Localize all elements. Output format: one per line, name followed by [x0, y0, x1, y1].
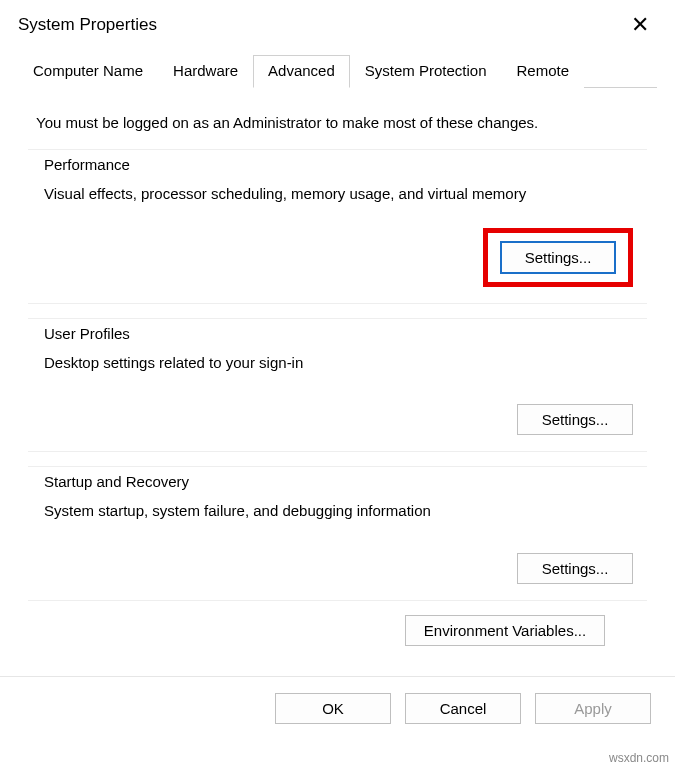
tab-remote[interactable]: Remote — [502, 55, 585, 88]
group-performance-title: Performance — [44, 156, 647, 173]
group-user-profiles: User Profiles Desktop settings related t… — [28, 318, 647, 453]
window-title: System Properties — [18, 15, 157, 35]
highlight-box: Settings... — [483, 228, 633, 287]
tab-hardware[interactable]: Hardware — [158, 55, 253, 88]
performance-button-row: Settings... — [28, 228, 647, 287]
group-performance: Performance Visual effects, processor sc… — [28, 149, 647, 304]
close-icon[interactable]: ✕ — [623, 10, 657, 40]
apply-button[interactable]: Apply — [535, 693, 651, 724]
user-profiles-button-row: Settings... — [28, 404, 647, 435]
startup-button-row: Settings... — [28, 553, 647, 584]
performance-settings-button[interactable]: Settings... — [500, 241, 616, 274]
group-startup-title: Startup and Recovery — [44, 473, 647, 490]
group-startup-recovery: Startup and Recovery System startup, sys… — [28, 466, 647, 601]
tab-strip: Computer Name Hardware Advanced System P… — [18, 54, 657, 88]
group-user-profiles-desc: Desktop settings related to your sign-in — [44, 352, 631, 375]
cancel-button[interactable]: Cancel — [405, 693, 521, 724]
watermark-text: wsxdn.com — [609, 751, 669, 765]
tab-system-protection[interactable]: System Protection — [350, 55, 502, 88]
tab-content-advanced: You must be logged on as an Administrato… — [0, 88, 675, 670]
environment-variables-button[interactable]: Environment Variables... — [405, 615, 605, 646]
titlebar: System Properties ✕ — [0, 0, 675, 48]
group-performance-desc: Visual effects, processor scheduling, me… — [44, 183, 631, 206]
dialog-footer: OK Cancel Apply — [0, 677, 675, 736]
tab-computer-name[interactable]: Computer Name — [18, 55, 158, 88]
startup-settings-button[interactable]: Settings... — [517, 553, 633, 584]
user-profiles-settings-button[interactable]: Settings... — [517, 404, 633, 435]
intro-text: You must be logged on as an Administrato… — [36, 114, 647, 131]
ok-button[interactable]: OK — [275, 693, 391, 724]
tab-advanced[interactable]: Advanced — [253, 55, 350, 88]
env-button-row: Environment Variables... — [28, 615, 647, 646]
group-user-profiles-title: User Profiles — [44, 325, 647, 342]
group-startup-desc: System startup, system failure, and debu… — [44, 500, 631, 523]
